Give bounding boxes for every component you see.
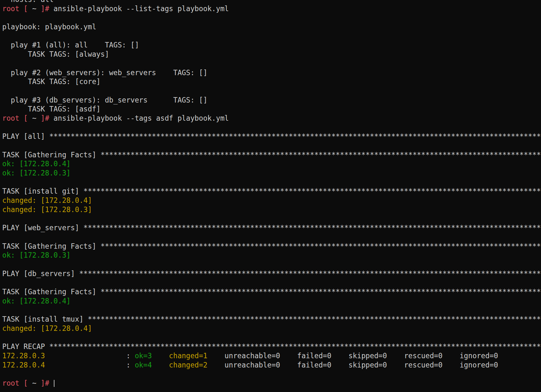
recap-host: 172.28.0.4	[2, 361, 45, 369]
terminal-text-segment: TASK [Gathering Facts]	[2, 288, 101, 296]
text-cursor[interactable]	[54, 380, 54, 387]
blank-line	[2, 232, 541, 242]
prompt-user: root [	[2, 114, 32, 122]
terminal-text-segment: PLAY [all]	[2, 132, 49, 140]
terminal-text-segment: ok: [172.28.0.3]	[2, 169, 71, 177]
terminal-text-segment: play #1 (all): all TAGS: []	[2, 41, 139, 49]
separator-asterisks: ****************************************…	[79, 269, 541, 278]
terminal-text-segment: changed: [172.28.0.3]	[2, 205, 92, 214]
terminal-text-segment: TASK TAGS: [asdf]	[2, 105, 101, 113]
playbook-name-line: playbook: playbook.yml	[2, 22, 541, 32]
recap-other-counts: unreachable=0 failed=0 skipped=0 rescued…	[207, 352, 498, 360]
separator-asterisks: ****************************************…	[88, 315, 541, 323]
terminal-text-segment: TASK TAGS: [core]	[2, 77, 101, 86]
blank-line	[2, 59, 541, 68]
prompt-symbol: ]#	[36, 4, 53, 13]
task-header-install-tmux: TASK [install tmux] ********************…	[2, 315, 541, 324]
play-header-db-servers: PLAY [db_servers] **********************…	[2, 269, 541, 278]
changed-result-line: changed: [172.28.0.4]	[2, 324, 541, 333]
play-2-tags-line: play #2 (web_servers): web_servers TAGS:…	[2, 68, 541, 77]
changed-result-line: changed: [172.28.0.3]	[2, 205, 541, 214]
prompt-symbol: ]#	[36, 379, 53, 387]
blank-line	[2, 305, 541, 315]
blank-line	[2, 333, 541, 342]
terminal-text-segment: PLAY RECAP	[2, 342, 49, 351]
terminal-text-segment: changed: [172.28.0.4]	[2, 324, 92, 332]
terminal-text-segment: PLAY [web_servers]	[2, 224, 83, 232]
terminal-text-segment: changed: [172.28.0.4]	[2, 196, 92, 204]
terminal-text-segment: ok: [172.28.0.4]	[2, 297, 71, 305]
recap-ok-count: ok=4	[135, 361, 152, 369]
prompt-cwd: ~	[32, 4, 36, 13]
recap-host-line: 172.28.0.3 : ok=3 changed=1 unreachable=…	[2, 351, 541, 360]
blank-line	[2, 123, 541, 132]
recap-other-counts: unreachable=0 failed=0 skipped=0 rescued…	[207, 361, 498, 369]
separator-asterisks: ****************************************…	[101, 288, 541, 296]
blank-line	[2, 214, 541, 224]
ok-result-line: ok: [172.28.0.4]	[2, 159, 541, 168]
separator-asterisks: ****************************************…	[83, 224, 541, 232]
task-header-gathering-facts-1: TASK [Gathering Facts] *****************…	[2, 150, 541, 160]
terminal-text-segment: ok: [172.28.0.3]	[2, 251, 71, 259]
separator-asterisks: ****************************************…	[49, 132, 541, 140]
prompt-idle-line: root [ ~ ]#	[2, 379, 541, 387]
prompt-cwd: ~	[32, 379, 36, 387]
blank-line	[2, 260, 541, 269]
prompt-user: root [	[2, 4, 32, 13]
terminal-text-segment: play #2 (web_servers): web_servers TAGS:…	[2, 68, 207, 77]
clipped-previous-output: hosts: all	[2, 0, 541, 4]
terminal-text-segment: TASK [install git]	[2, 187, 83, 195]
terminal-text-segment	[152, 361, 169, 369]
blank-line	[2, 369, 541, 379]
blank-line	[2, 278, 541, 287]
prompt-user: root [	[2, 379, 32, 387]
terminal-text-segment: :	[45, 352, 135, 360]
terminal-text-segment: TASK [Gathering Facts]	[2, 151, 101, 159]
terminal-text-segment	[152, 352, 169, 360]
terminal-text-segment: ok: [172.28.0.4]	[2, 160, 71, 168]
recap-ok-count: ok=3	[135, 352, 152, 360]
play-recap-header: PLAY RECAP *****************************…	[2, 342, 541, 351]
play-2-task-tags-line: TASK TAGS: [core]	[2, 77, 541, 86]
task-header-gathering-facts-3: TASK [Gathering Facts] *****************…	[2, 287, 541, 296]
play-3-tags-line: play #3 (db_servers): db_servers TAGS: […	[2, 96, 541, 105]
play-3-task-tags-line: TASK TAGS: [asdf]	[2, 104, 541, 114]
terminal-output[interactable]: hosts: allroot [ ~ ]# ansible-playbook -…	[0, 0, 541, 387]
terminal-text-segment: TASK TAGS: [always]	[2, 50, 109, 58]
task-header-gathering-facts-2: TASK [Gathering Facts] *****************…	[2, 242, 541, 251]
terminal-text-segment: TASK [Gathering Facts]	[2, 242, 101, 250]
play-1-task-tags-line: TASK TAGS: [always]	[2, 50, 541, 59]
terminal-text-segment: :	[45, 361, 135, 369]
prompt-command-list-tags: root [ ~ ]# ansible-playbook --list-tags…	[2, 4, 541, 13]
separator-asterisks: ****************************************…	[83, 187, 541, 195]
separator-asterisks: ****************************************…	[49, 342, 541, 351]
terminal-text-segment: playbook: playbook.yml	[2, 23, 96, 31]
play-1-tags-line: play #1 (all): all TAGS: []	[2, 40, 541, 50]
terminal-text-segment: TASK [install tmux]	[2, 315, 88, 323]
terminal-text-segment: play #3 (db_servers): db_servers TAGS: […	[2, 96, 207, 104]
blank-line	[2, 13, 541, 22]
blank-line	[2, 178, 541, 187]
command-text: ansible-playbook --list-tags playbook.ym…	[53, 4, 229, 13]
play-header-web-servers: PLAY [web_servers] *********************…	[2, 223, 541, 232]
recap-changed-count: changed=2	[169, 361, 208, 369]
recap-host: 172.28.0.3	[2, 352, 45, 360]
command-text: ansible-playbook --tags asdf playbook.ym…	[53, 114, 229, 122]
separator-asterisks: ****************************************…	[101, 151, 541, 159]
blank-line	[2, 32, 541, 41]
ok-result-line: ok: [172.28.0.3]	[2, 251, 541, 260]
prompt-cwd: ~	[32, 114, 36, 122]
terminal-text-segment: hosts: all	[2, 0, 53, 4]
recap-changed-count: changed=1	[169, 352, 208, 360]
play-header-all: PLAY [all] *****************************…	[2, 132, 541, 141]
ok-result-line: ok: [172.28.0.3]	[2, 168, 541, 178]
blank-line	[2, 141, 541, 150]
changed-result-line: changed: [172.28.0.4]	[2, 196, 541, 205]
terminal-text-segment: PLAY [db_servers]	[2, 269, 79, 278]
recap-host-line: 172.28.0.4 : ok=4 changed=2 unreachable=…	[2, 360, 541, 370]
blank-line	[2, 86, 541, 96]
task-header-install-git: TASK [install git] *********************…	[2, 187, 541, 196]
ok-result-line: ok: [172.28.0.4]	[2, 296, 541, 306]
prompt-command-run-tags: root [ ~ ]# ansible-playbook --tags asdf…	[2, 114, 541, 123]
prompt-symbol: ]#	[36, 114, 53, 122]
